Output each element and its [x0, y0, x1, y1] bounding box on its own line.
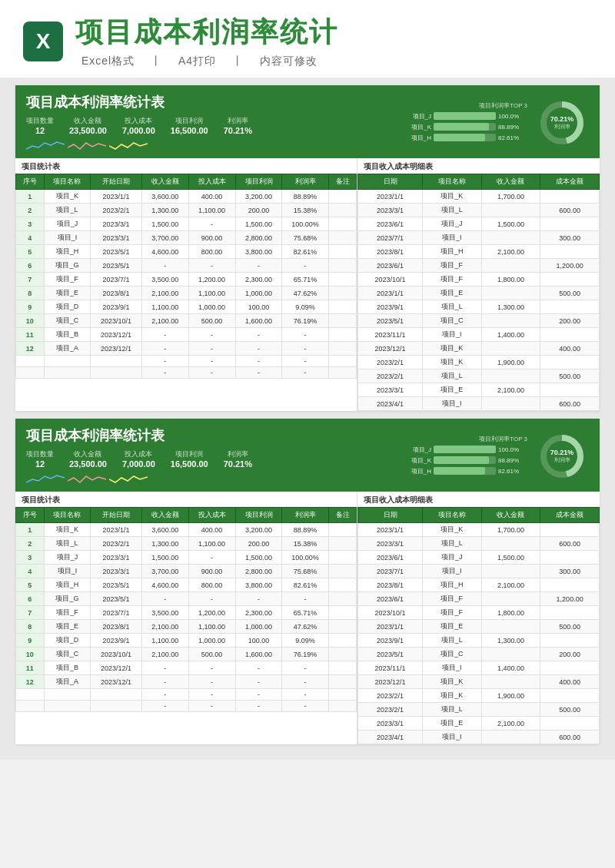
table-row: 12项目_A2023/12/1----: [16, 342, 357, 356]
table-cell: 2023/9/1: [358, 634, 423, 648]
table-cell: 2,100.00: [481, 717, 540, 731]
table-cell: 82.61%: [282, 578, 328, 592]
table-cell: 8: [16, 287, 45, 300]
table-cell: 400.00: [540, 675, 600, 689]
table-cell: 100.00: [235, 300, 282, 314]
table-cell: 15.38%: [282, 204, 328, 217]
top3-row-1: 项目_J 100.0%: [404, 112, 527, 121]
table-cell: 2,800.00: [235, 565, 282, 578]
donut-chart-2: 70.21% 利润率: [539, 433, 585, 479]
table-cell: -: [188, 661, 235, 675]
table-cell: 3,200.00: [235, 190, 282, 204]
table-cell: 2023/7/1: [358, 231, 423, 245]
table-cell: -: [188, 551, 235, 565]
stat-revenue-label: 收入金额: [69, 116, 107, 126]
top3-pct-2-1: 100.0%: [498, 446, 527, 453]
table-row: 2023/12/1项目_K400.00: [358, 675, 600, 689]
table-cell: 1,700.00: [481, 190, 540, 204]
subtitle-part-1: Excel格式: [81, 55, 135, 67]
table-cell: [481, 620, 540, 634]
table-cell: 1,800.00: [481, 273, 540, 287]
table-cell: 1,100.00: [141, 300, 188, 314]
table-row: 2023/1/1项目_K1,700.00: [358, 523, 600, 537]
table-cell: [328, 606, 357, 620]
table-cell: [540, 356, 600, 369]
table-cell: -: [141, 701, 188, 712]
table-cell: 2023/1/1: [358, 287, 423, 300]
table-cell: 2023/8/1: [91, 620, 141, 634]
document-area: 项目成本利润率统计表 项目数量 12 收入金额 23,500.00 投入成本 7…: [0, 78, 615, 760]
sparkline-red: [68, 138, 106, 152]
th-name-1: 项目名称: [44, 174, 91, 190]
table-cell: 2023/1/1: [358, 190, 423, 204]
top3-bar-bg-2-2: [434, 456, 496, 464]
table-cell: [328, 701, 357, 712]
table-cell: [16, 356, 45, 367]
rth-revenue-1: 收入金额: [481, 174, 540, 190]
table-cell: 500.00: [540, 620, 600, 634]
table-cell: 项目_E: [422, 717, 481, 731]
table-cell: [16, 701, 45, 712]
table-cell: 1,000.00: [188, 634, 235, 648]
table-row: 10项目_C2023/10/12,100.00500.001,600.0076.…: [16, 314, 357, 328]
table-cell: 2023/5/1: [91, 592, 141, 606]
stat-cost-2: 投入成本 7,000.00: [122, 449, 155, 469]
table-cell: 4: [16, 565, 45, 578]
table-cell: 10: [16, 648, 45, 661]
table-cell: 1,300.00: [481, 634, 540, 648]
table-cell: -: [282, 342, 328, 356]
table-cell: 1,900.00: [481, 356, 540, 369]
table-cell: 2023/1/1: [91, 523, 141, 537]
table-row: 2023/6/1项目_F1,200.00: [358, 592, 600, 606]
table-cell: 项目_L: [422, 634, 481, 648]
table-cell: 3,700.00: [141, 565, 188, 578]
table-cell: [540, 190, 600, 204]
stat-profit-label-2: 项目利润: [171, 449, 208, 459]
table-cell: [44, 689, 91, 701]
table-cell: [91, 689, 141, 701]
th-num-2: 序号: [16, 508, 45, 523]
table-cell: 1,100.00: [188, 537, 235, 551]
table-cell: 1,200.00: [188, 273, 235, 287]
table-cell: 2023/5/1: [91, 259, 141, 273]
table-cell: 600.00: [540, 397, 600, 411]
table-cell: 3,500.00: [141, 606, 188, 620]
table-cell: [328, 551, 357, 565]
table-cell: 1,500.00: [235, 217, 282, 231]
table-cell: 2,100.00: [141, 620, 188, 634]
table-cell: [540, 551, 600, 565]
table-cell: 2023/6/1: [358, 259, 423, 273]
table-cell: 65.71%: [282, 606, 328, 620]
banner-left-2: 项目成本利润率统计表 项目数量 12 收入金额 23,500.00 投入成本 7…: [26, 426, 397, 485]
table-cell: 项目_J: [422, 551, 481, 565]
table-cell: 项目_K: [422, 342, 481, 356]
table-row: 2023/4/1项目_I600.00: [358, 731, 600, 744]
table-row: 7项目_F2023/7/13,500.001,200.002,300.0065.…: [16, 273, 357, 287]
stat-margin-value: 70.21%: [224, 126, 252, 135]
top3-section-2: 项目利润率TOP 3 项目_J 100.0% 项目_K 88.89%: [404, 435, 527, 478]
table-row: 2023/2/1项目_L500.00: [358, 703, 600, 717]
table-row: 2项目_L2023/2/11,300.001,100.00200.0015.38…: [16, 537, 357, 551]
table-row: 2023/7/1项目_I300.00: [358, 565, 600, 578]
table-cell: 2023/10/1: [358, 606, 423, 620]
table-cell: 1,100.00: [188, 204, 235, 217]
table-cell: -: [235, 328, 282, 342]
top3-bar-bg-2-3: [434, 467, 496, 475]
sparkline-yellow-2: [109, 472, 148, 485]
table-cell: 500.00: [540, 703, 600, 717]
th-profit-1: 项目利润: [235, 174, 282, 190]
table-cell: [328, 328, 357, 342]
table-cell: 项目_F: [422, 592, 481, 606]
table-cell: 75.68%: [282, 565, 328, 578]
table-cell: 2023/3/1: [91, 551, 141, 565]
table-cell: 项目_C: [44, 314, 91, 328]
left-table-1: 项目统计表 序号 项目名称 开始日期 收入金额 投入成本 项目利润 利润率 备注: [15, 158, 357, 411]
table-cell: 9.09%: [282, 300, 328, 314]
top3-label-2-3: 项目_H: [404, 467, 431, 475]
table-row: 1项目_K2023/1/13,600.00400.003,200.0088.89…: [16, 523, 357, 537]
stat-count-value: 12: [35, 126, 45, 135]
top3-bar-fill-2-1: [434, 446, 496, 453]
table-cell: 项目_I: [44, 231, 91, 245]
rth-revenue-2: 收入金额: [481, 508, 540, 523]
table-row: 2023/9/1项目_L1,300.00: [358, 634, 600, 648]
